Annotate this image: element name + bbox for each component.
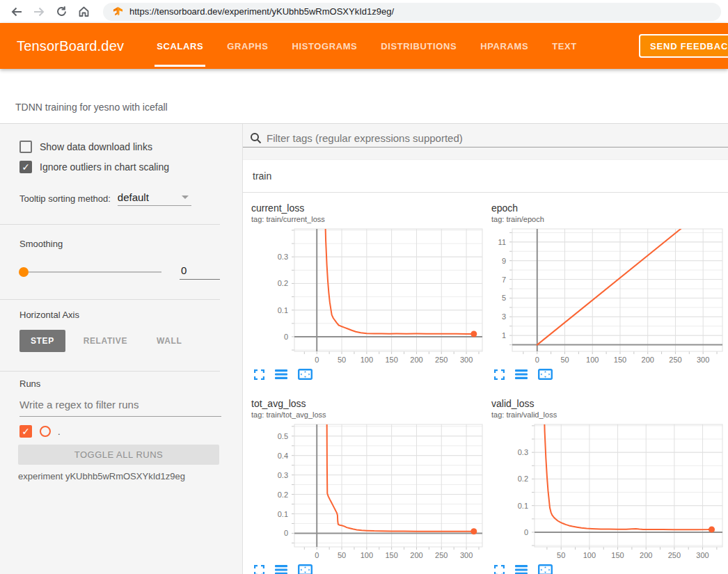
svg-text:0: 0 — [284, 529, 288, 537]
smoothing-value-input[interactable] — [180, 264, 220, 280]
tab-scalars[interactable]: SCALARS — [145, 23, 215, 69]
svg-text:3: 3 — [502, 312, 506, 321]
address-bar[interactable]: https://tensorboard.dev/experiment/yKUbh… — [103, 3, 721, 21]
svg-text:0.3: 0.3 — [278, 471, 288, 479]
tooltip-sorting-row: Tooltip sorting method: default — [19, 191, 242, 206]
experiment-title-band: TDNN training for yesno with icefall — [0, 69, 728, 124]
tab-hparams[interactable]: HPARAMS — [468, 23, 540, 69]
chart-toolbar — [254, 367, 486, 382]
app-header: TensorBoard.dev SCALARS GRAPHS HISTOGRAM… — [0, 23, 728, 69]
forward-icon[interactable] — [30, 3, 48, 21]
chart-plot[interactable]: 05010015020025030000.10.20.3 — [246, 226, 486, 365]
chart-tag: tag: train/epoch — [491, 215, 726, 225]
svg-text:0.1: 0.1 — [278, 510, 288, 518]
show-download-links-checkbox[interactable] — [19, 141, 32, 153]
svg-text:100: 100 — [361, 551, 373, 559]
data-bars-icon[interactable] — [275, 369, 287, 379]
scalar-chart-tot-avg-loss: tot_avg_loss tag: train/tot_avg_loss 050… — [246, 398, 486, 574]
svg-text:5: 5 — [502, 294, 506, 302]
svg-text:0: 0 — [315, 551, 319, 559]
chevron-down-icon — [182, 196, 189, 199]
fit-domain-icon[interactable] — [538, 369, 553, 380]
svg-text:0.2: 0.2 — [278, 279, 288, 287]
svg-text:150: 150 — [385, 356, 397, 364]
fullscreen-icon[interactable] — [254, 369, 264, 380]
smoothing-slider[interactable] — [19, 271, 161, 273]
fit-domain-icon[interactable] — [538, 564, 553, 574]
chart-plot[interactable]: 5010015020025030000.10.20.3 — [486, 422, 726, 561]
smoothing-slider-row — [19, 264, 242, 280]
svg-text:0.2: 0.2 — [518, 475, 528, 483]
svg-text:0: 0 — [524, 528, 528, 536]
experiment-id-label: experiment yKUbhb5wRmOSXYkId1z9eg — [18, 471, 242, 481]
filter-tags-row — [243, 129, 728, 148]
fullscreen-icon[interactable] — [494, 369, 505, 380]
data-bars-icon[interactable] — [515, 565, 528, 574]
svg-text:250: 250 — [435, 551, 448, 559]
svg-text:1: 1 — [502, 331, 506, 340]
chart-toolbar — [254, 562, 486, 574]
runs-filter-input[interactable] — [19, 399, 221, 417]
svg-text:100: 100 — [361, 356, 373, 364]
fullscreen-icon[interactable] — [494, 565, 505, 574]
chart-title: valid_loss — [491, 398, 726, 409]
group-title: train — [253, 170, 271, 182]
scalar-chart-valid-loss: valid_loss tag: train/valid_loss 5010015… — [486, 398, 726, 574]
scalar-chart-current-loss: current_loss tag: train/current_loss 050… — [246, 202, 486, 382]
send-feedback-button[interactable]: SEND FEEDBACK — [639, 34, 728, 58]
tab-bar: SCALARS GRAPHS HISTOGRAMS DISTRIBUTIONS … — [145, 23, 589, 69]
reload-icon[interactable] — [52, 3, 70, 21]
ignore-outliers-checkbox[interactable]: ✓ — [19, 161, 32, 173]
svg-text:0.3: 0.3 — [278, 253, 288, 261]
fit-domain-icon[interactable] — [298, 564, 312, 574]
toggle-all-runs-button[interactable]: TOGGLE ALL RUNS — [18, 445, 219, 465]
ignore-outliers-row: ✓ Ignore outliers in chart scaling — [19, 159, 242, 175]
filter-tags-input[interactable] — [267, 132, 728, 144]
tab-graphs[interactable]: GRAPHS — [215, 23, 280, 69]
train-group-header[interactable]: train — [243, 160, 728, 193]
back-icon[interactable] — [8, 3, 26, 21]
tab-distributions[interactable]: DISTRIBUTIONS — [369, 23, 468, 69]
chart-plot[interactable]: 0501001502002503001357911 — [486, 226, 726, 365]
chart-tag: tag: train/current_loss — [251, 215, 486, 225]
svg-text:50: 50 — [557, 551, 565, 559]
svg-text:0.1: 0.1 — [518, 502, 528, 510]
svg-text:150: 150 — [614, 356, 626, 364]
main-panel: train current_loss tag: train/current_lo… — [243, 124, 728, 574]
data-bars-icon[interactable] — [515, 369, 528, 379]
wall-button[interactable]: WALL — [145, 330, 193, 352]
tab-histograms[interactable]: HISTOGRAMS — [280, 23, 369, 69]
svg-text:0: 0 — [535, 356, 539, 364]
settings-sidebar: Show data download links ✓ Ignore outlie… — [0, 124, 243, 574]
chart-toolbar — [494, 562, 726, 574]
fullscreen-icon[interactable] — [254, 565, 264, 574]
svg-text:250: 250 — [435, 356, 448, 364]
svg-text:100: 100 — [583, 551, 596, 559]
run-name: . — [58, 426, 61, 437]
chart-title: current_loss — [251, 202, 486, 214]
relative-button[interactable]: RELATIVE — [72, 330, 139, 352]
tooltip-sorting-label: Tooltip sorting method: — [19, 193, 111, 206]
chart-tag: tag: train/valid_loss — [491, 410, 726, 420]
data-bars-icon[interactable] — [275, 565, 287, 574]
app-logo[interactable]: TensorBoard.dev — [17, 38, 124, 54]
charts-grid: current_loss tag: train/current_loss 050… — [243, 193, 728, 574]
smoothing-slider-thumb[interactable] — [19, 267, 29, 277]
horizontal-axis-buttons: STEP RELATIVE WALL — [19, 330, 242, 352]
fit-domain-icon[interactable] — [298, 369, 312, 380]
tab-text[interactable]: TEXT — [540, 23, 589, 69]
svg-text:0.3: 0.3 — [518, 448, 528, 456]
chart-plot[interactable]: 05010015020025030000.10.20.30.40.5 — [246, 422, 486, 561]
svg-text:50: 50 — [338, 356, 346, 364]
tooltip-sorting-select[interactable]: default — [118, 191, 191, 206]
tooltip-sorting-value: default — [118, 191, 149, 203]
step-button[interactable]: STEP — [19, 330, 65, 352]
svg-text:300: 300 — [460, 356, 473, 364]
smoothing-label: Smoothing — [19, 239, 242, 249]
run-checkbox[interactable]: ✓ — [19, 425, 32, 438]
show-download-links-label: Show data download links — [40, 141, 152, 152]
svg-text:0.4: 0.4 — [278, 452, 288, 460]
svg-text:200: 200 — [410, 356, 422, 364]
home-icon[interactable] — [74, 3, 93, 21]
svg-text:150: 150 — [611, 551, 624, 559]
